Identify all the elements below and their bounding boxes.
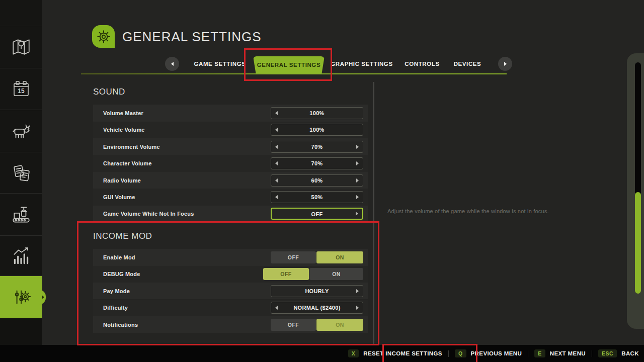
increase-arrow-icon[interactable] — [356, 289, 359, 293]
divider — [448, 350, 449, 357]
toggle-on-button[interactable]: ON — [309, 268, 363, 280]
key-x-badge[interactable]: X — [348, 349, 359, 357]
radio-volume-stepper[interactable]: 60% — [271, 174, 363, 187]
pay-mode-stepper[interactable]: HOURLY — [271, 285, 363, 297]
map-icon — [11, 37, 32, 58]
sidebar-item-calendar[interactable]: 15 — [0, 68, 42, 110]
tabs-next-button[interactable] — [498, 57, 512, 71]
chevron-right-icon — [504, 62, 507, 66]
setting-label: Environment Volume — [103, 138, 160, 155]
setting-label: Vehicle Volume — [103, 122, 145, 138]
tabbar-underline — [81, 73, 507, 74]
increase-arrow-icon[interactable] — [356, 306, 359, 310]
setting-value: 50% — [271, 192, 363, 203]
setting-row: Vehicle Volume 100% — [93, 122, 368, 138]
cow-icon — [11, 121, 32, 142]
active-item-arrow-icon — [42, 295, 44, 299]
tab-game-settings[interactable]: GAME SETTINGS — [185, 60, 255, 68]
gui-volume-stepper[interactable]: 50% — [271, 191, 363, 203]
setting-value: HOURLY — [271, 286, 363, 297]
production-chain-icon — [11, 204, 32, 225]
increase-arrow-icon[interactable] — [356, 212, 358, 216]
toggle-on-button[interactable]: ON — [316, 251, 363, 263]
key-e-badge[interactable]: E — [534, 349, 545, 357]
sidebar-item-settings[interactable] — [0, 276, 42, 318]
setting-label: Enable Mod — [103, 249, 135, 265]
sidebar: 15 — [0, 0, 42, 345]
notifications-toggle: OFF ON — [271, 319, 363, 331]
setting-label: Difficulty — [103, 300, 128, 316]
environment-volume-stepper[interactable]: 70% — [271, 141, 363, 153]
toggle-off-button[interactable]: OFF — [263, 268, 309, 280]
setting-row: Pay Mode HOURLY — [93, 283, 368, 299]
toggle-off-button[interactable]: OFF — [271, 251, 316, 263]
setting-label: Volume Master — [103, 105, 143, 121]
chevron-left-icon — [171, 62, 174, 66]
setting-row: GUI Volume 50% — [93, 189, 368, 205]
sidebar-item-contracts[interactable] — [0, 152, 42, 193]
setting-row: DEBUG Mode OFF ON — [93, 266, 368, 283]
key-esc-badge[interactable]: ESC — [598, 349, 617, 357]
page-title: GENERAL SETTINGS — [122, 29, 262, 44]
sidebar-spacer — [0, 0, 42, 25]
previous-menu-button[interactable]: Q PREVIOUS MENU — [455, 349, 522, 357]
setting-label: DEBUG Mode — [103, 266, 140, 283]
debug-mode-toggle: OFF ON — [263, 268, 363, 280]
setting-label: Pay Mode — [103, 283, 130, 299]
setting-row: Environment Volume 70% — [93, 138, 368, 155]
setting-value: 100% — [271, 124, 363, 135]
setting-label: GUI Volume — [103, 189, 135, 205]
sliders-gear-icon — [11, 287, 32, 308]
setting-value: 60% — [271, 175, 363, 186]
increase-arrow-icon[interactable] — [356, 161, 359, 165]
setting-value: NORMAL ($2400) — [271, 302, 363, 313]
sidebar-item-statistics[interactable] — [0, 235, 42, 276]
setting-label: Radio Volume — [103, 172, 141, 189]
vehicle-volume-stepper[interactable]: 100% — [271, 124, 363, 136]
sidebar-item-animals[interactable] — [0, 110, 42, 152]
settings-app-icon — [92, 25, 115, 48]
character-volume-stepper[interactable]: 70% — [271, 157, 363, 169]
setting-row: Game Volume While Not In Focus OFF — [93, 206, 368, 222]
back-button[interactable]: ESC BACK — [598, 349, 639, 357]
setting-row: Radio Volume 60% — [93, 172, 368, 189]
tabs-prev-button[interactable] — [165, 57, 179, 71]
volume-master-stepper[interactable]: 100% — [271, 107, 363, 119]
setting-row: Difficulty NORMAL ($2400) — [93, 300, 368, 316]
section-title-sound: SOUND — [93, 87, 125, 97]
next-menu-button[interactable]: E NEXT MENU — [534, 349, 586, 357]
game-volume-not-in-focus-stepper[interactable]: OFF — [271, 208, 363, 220]
panel-divider — [373, 82, 374, 345]
action-label[interactable]: RESET INCOME SETTINGS — [363, 350, 442, 356]
sidebar-item-production[interactable] — [0, 193, 42, 235]
increase-arrow-icon[interactable] — [356, 195, 359, 199]
key-q-badge[interactable]: Q — [455, 349, 466, 357]
tab-general-settings[interactable]: GENERAL SETTINGS — [253, 56, 325, 74]
setting-hint-text: Adjust the volume of the game while the … — [387, 208, 549, 214]
setting-value: OFF — [272, 209, 362, 219]
setting-row: Enable Mod OFF ON — [93, 249, 368, 265]
setting-value: 70% — [271, 141, 363, 152]
scrollbar-thumb[interactable] — [635, 192, 641, 294]
gear-icon — [94, 27, 114, 47]
enable-mod-toggle: OFF ON — [271, 251, 363, 263]
sidebar-item-map[interactable] — [0, 26, 42, 68]
tab-devices[interactable]: DEVICES — [437, 60, 498, 68]
tab-graphic-settings[interactable]: GRAPHIC SETTINGS — [327, 60, 397, 68]
reset-income-settings-button[interactable]: X RESET INCOME SETTINGS — [348, 349, 442, 357]
action-label[interactable]: PREVIOUS MENU — [471, 350, 522, 356]
increase-arrow-icon[interactable] — [356, 145, 359, 149]
general-settings-screen: 15 — [0, 0, 644, 362]
setting-label: Notifications — [103, 316, 138, 333]
bar-chart-icon — [11, 245, 32, 266]
setting-row: Volume Master 100% — [93, 105, 368, 121]
action-label[interactable]: NEXT MENU — [550, 350, 586, 356]
documents-icon — [11, 162, 32, 184]
action-label[interactable]: BACK — [621, 350, 639, 356]
difficulty-stepper[interactable]: NORMAL ($2400) — [271, 302, 363, 314]
toggle-on-button[interactable]: ON — [316, 319, 363, 331]
increase-arrow-icon[interactable] — [356, 178, 359, 183]
toggle-off-button[interactable]: OFF — [271, 319, 316, 331]
setting-row: Notifications OFF ON — [93, 316, 368, 333]
setting-value: 100% — [271, 108, 363, 119]
